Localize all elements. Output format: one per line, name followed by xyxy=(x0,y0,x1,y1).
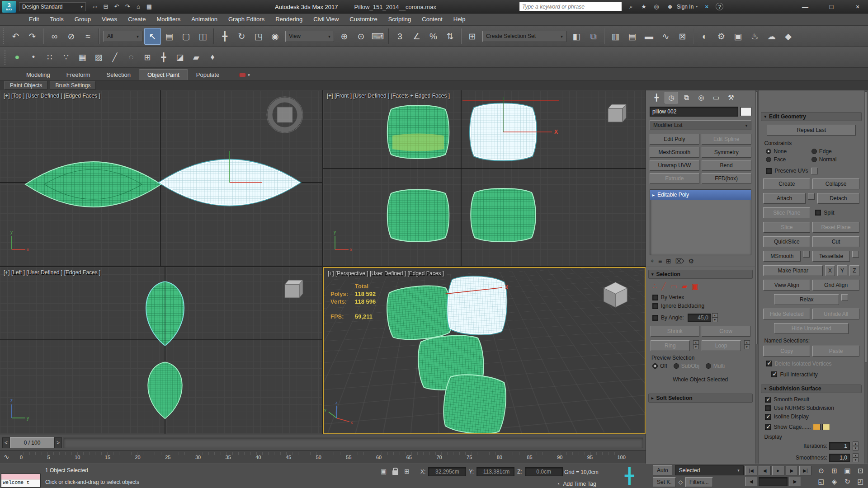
viewport-left-label[interactable]: [+] [Left ] [User Defined ] [Edged Faces… xyxy=(4,269,100,276)
brush-ring-icon[interactable]: ◌ xyxy=(123,49,139,66)
frame-tick-label[interactable]: 25 xyxy=(165,455,170,460)
go-to-start-icon[interactable]: |◀ xyxy=(745,466,757,475)
attach-list-button[interactable] xyxy=(808,193,815,200)
go-to-end-icon[interactable]: ▶| xyxy=(799,466,811,475)
slice-plane-button[interactable]: Slice Plane xyxy=(763,207,810,218)
subdivision-checkbox-isoline-display[interactable]: Isoline Display xyxy=(765,413,858,420)
select-and-manipulate-icon[interactable]: ⊙ xyxy=(353,28,369,45)
element-mode-icon[interactable]: ▣ xyxy=(692,283,698,290)
ribbon-tab-selection[interactable]: Selection xyxy=(99,70,139,80)
modifier-button-edit-spline[interactable]: Edit Spline xyxy=(702,134,751,145)
constraint-radio-none[interactable]: None xyxy=(766,148,811,155)
render-setup-icon[interactable]: ⚙ xyxy=(713,28,730,45)
viewport-front[interactable]: X x y [+] [Front ] [User Defined ] [Face… xyxy=(323,90,646,266)
brush-pen-icon[interactable]: ╱ xyxy=(107,49,123,66)
unhide-all-button[interactable]: Unhide All xyxy=(812,309,859,319)
frame-tick-label[interactable]: 80 xyxy=(497,455,502,460)
detach-button[interactable]: Detach xyxy=(817,193,859,204)
selection-checkbox-ignore-backfacing[interactable]: Ignore Backfacing xyxy=(652,303,749,309)
search-icon[interactable]: ⌕ xyxy=(627,2,636,11)
frame-tick-label[interactable]: 60 xyxy=(376,455,382,460)
selection-checkbox-by-vertex[interactable]: By Vertex xyxy=(652,294,749,300)
help-icon[interactable]: ? xyxy=(716,3,723,10)
undo-qat-icon[interactable]: ↶ xyxy=(111,2,122,12)
favorites-icon[interactable]: ★ xyxy=(639,2,648,11)
menu-civil-view[interactable]: Civil View xyxy=(308,14,344,25)
hide-selected-button[interactable]: Hide Selected xyxy=(763,309,810,319)
viewcube[interactable] xyxy=(604,282,627,307)
frame-tick-label[interactable]: 15 xyxy=(105,455,110,460)
frame-tick-label[interactable]: 55 xyxy=(346,455,351,460)
brush-fill-icon[interactable]: ▰ xyxy=(188,49,204,66)
exchange-apps-icon[interactable]: × xyxy=(702,2,711,11)
modifier-button-symmetry[interactable]: Symmetry xyxy=(702,147,751,158)
menu-customize[interactable]: Customize xyxy=(344,14,382,25)
paste-button[interactable]: Paste xyxy=(812,346,859,357)
menu-edit[interactable]: Edit xyxy=(24,14,44,25)
menu-modifiers[interactable]: Modifiers xyxy=(151,14,186,25)
next-frame-icon[interactable]: ▶ xyxy=(786,466,798,475)
viewcube[interactable] xyxy=(285,280,303,298)
percent-snap-icon[interactable]: % xyxy=(425,28,442,45)
isolate-toggle-icon[interactable]: ▣ xyxy=(381,468,387,475)
cage-color-swatch[interactable] xyxy=(813,424,821,430)
select-and-scale-icon[interactable]: ◳ xyxy=(250,28,267,45)
pillow-mesh-persp-1[interactable] xyxy=(385,284,454,342)
frame-tick-label[interactable]: 50 xyxy=(316,455,321,460)
time-slider-track[interactable] xyxy=(63,437,643,448)
select-object-icon[interactable]: ↖ xyxy=(144,28,161,45)
time-slider-handle[interactable]: 0 / 100 xyxy=(10,437,54,448)
brush-sphere-icon[interactable]: ● xyxy=(9,49,25,66)
msmooth-settings-button[interactable] xyxy=(803,251,810,258)
spinner-snap-icon[interactable]: ⇅ xyxy=(442,28,458,45)
previous-frame-icon[interactable]: ◀ xyxy=(759,466,771,475)
modifier-stack[interactable]: Editable Poly xyxy=(650,189,751,255)
window-crossing-icon[interactable]: ◫ xyxy=(194,28,211,45)
zoom-region-icon[interactable]: ◱ xyxy=(815,476,828,487)
tessellate-settings-button[interactable] xyxy=(852,251,859,258)
menu-rendering[interactable]: Rendering xyxy=(270,14,308,25)
smoothness-field[interactable]: 1,0 xyxy=(829,454,850,462)
pin-stack-icon[interactable]: ⌖ xyxy=(651,257,654,265)
constraint-radio-edge[interactable]: Edge xyxy=(811,148,857,155)
z-coordinate-field[interactable]: 0,0cm xyxy=(525,467,563,476)
msmooth-button[interactable]: MSmooth xyxy=(763,251,801,262)
redo-qat-icon[interactable]: ↷ xyxy=(122,2,133,12)
ribbon-tab-populate[interactable]: Populate xyxy=(188,70,227,80)
play-icon[interactable]: ► xyxy=(772,466,784,475)
object-color-swatch[interactable] xyxy=(741,107,751,116)
current-frame-field[interactable] xyxy=(759,477,788,486)
previous-frame-step-button[interactable]: < xyxy=(2,437,10,448)
scene-explorer-icon[interactable]: ▥ xyxy=(607,28,624,45)
frame-tick-label[interactable]: 100 xyxy=(618,455,626,460)
menu-create[interactable]: Create xyxy=(123,14,151,25)
frame-tick-label[interactable]: 5 xyxy=(47,455,50,460)
frame-tick-label[interactable]: 70 xyxy=(436,455,442,460)
subdivision-surface-rollout-header[interactable]: Subdivision Surface xyxy=(761,385,862,394)
frame-tick-label[interactable]: 20 xyxy=(135,455,141,460)
stack-item-editable-poly[interactable]: Editable Poly xyxy=(650,190,751,200)
collapse-button[interactable]: Collapse xyxy=(812,178,859,189)
frame-tick-label[interactable]: 10 xyxy=(75,455,80,460)
vertex-mode-icon[interactable]: ∴ xyxy=(652,283,657,290)
show-cage-checkbox[interactable]: Show Cage...... xyxy=(765,424,811,430)
render-production-icon[interactable]: ♨ xyxy=(746,28,763,45)
macro-recorder-row[interactable] xyxy=(1,474,40,479)
copy-button[interactable]: Copy xyxy=(763,346,810,357)
delete-isolated-vertices-checkbox[interactable]: Delete Isolated Vertices xyxy=(766,361,858,367)
schematic-view-icon[interactable]: ⊠ xyxy=(674,28,691,45)
sign-in-button[interactable]: ☻ Sign In xyxy=(665,2,698,11)
y-coordinate-field[interactable]: -113,381cm xyxy=(476,467,514,476)
toolbar-handle[interactable] xyxy=(5,50,7,65)
render-cloud-icon[interactable]: ☁ xyxy=(763,28,780,45)
tessellate-button[interactable]: Tessellate xyxy=(812,251,850,262)
snaps-toggle-icon[interactable]: 3 xyxy=(392,28,408,45)
use-pivot-center-icon[interactable]: ⊕ xyxy=(336,28,353,45)
create-button[interactable]: Create xyxy=(763,178,810,189)
select-and-rotate-icon[interactable]: ↻ xyxy=(233,28,250,45)
modifier-button-extrude[interactable]: Extrude xyxy=(650,173,699,184)
save-file-icon[interactable]: ⊟ xyxy=(100,2,111,12)
select-by-name-icon[interactable]: ▤ xyxy=(161,28,178,45)
angle-snap-icon[interactable]: ∠ xyxy=(408,28,425,45)
key-filters-button[interactable]: Filters... xyxy=(685,477,713,487)
